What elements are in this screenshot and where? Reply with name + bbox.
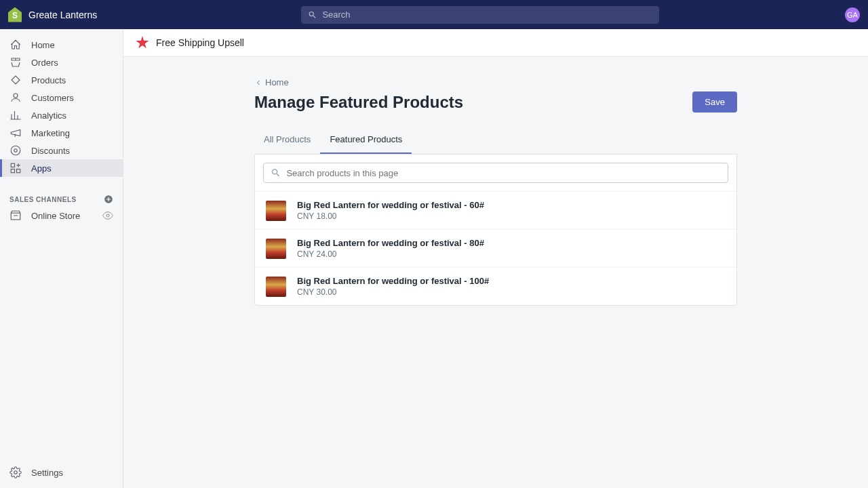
- product-row[interactable]: Big Red Lantern for wedding or festival …: [255, 267, 736, 305]
- sidebar-item-products[interactable]: Products: [0, 71, 123, 89]
- nav-label: Marketing: [31, 128, 70, 138]
- products-card: Big Red Lantern for wedding or festival …: [254, 155, 737, 306]
- product-price: CNY 30.00: [297, 287, 489, 297]
- global-search[interactable]: [301, 6, 659, 24]
- nav-label: Settings: [31, 468, 63, 478]
- apps-icon: [9, 162, 22, 174]
- discounts-icon: [9, 144, 22, 157]
- product-search-input[interactable]: [286, 168, 721, 178]
- svg-point-0: [14, 94, 18, 98]
- product-thumbnail: [266, 277, 286, 297]
- analytics-icon: [9, 109, 22, 121]
- sidebar-item-discounts[interactable]: Discounts: [0, 142, 123, 159]
- save-button[interactable]: Save: [692, 92, 737, 113]
- sales-channels-header: SALES CHANNELS: [0, 189, 123, 207]
- tab-all-products[interactable]: All Products: [254, 126, 320, 154]
- nav-label: Home: [31, 40, 55, 50]
- search-input[interactable]: [322, 9, 652, 20]
- user-avatar[interactable]: GA: [845, 7, 860, 22]
- svg-point-2: [14, 149, 18, 152]
- svg-rect-7: [11, 213, 20, 220]
- nav-label: Customers: [31, 93, 74, 103]
- product-name: Big Red Lantern for wedding or festival …: [297, 238, 484, 248]
- add-channel-icon[interactable]: [104, 195, 113, 204]
- nav-label: Orders: [31, 58, 58, 68]
- sidebar-item-analytics[interactable]: Analytics: [0, 106, 123, 124]
- svg-rect-4: [17, 169, 20, 173]
- products-icon: [9, 74, 22, 86]
- sidebar-item-home[interactable]: Home: [0, 36, 123, 54]
- sidebar-item-settings[interactable]: Settings: [0, 464, 123, 481]
- sidebar-item-online-store[interactable]: Online Store: [0, 207, 123, 224]
- product-price: CNY 24.00: [297, 249, 484, 259]
- main-content: Free Shipping Upsell Home Manage Feature…: [123, 29, 868, 488]
- sidebar: Home Orders Products Customers Analytics…: [0, 29, 123, 488]
- svg-point-9: [14, 471, 18, 474]
- view-store-icon[interactable]: [102, 210, 113, 221]
- product-name: Big Red Lantern for wedding or festival …: [297, 276, 489, 286]
- svg-point-1: [11, 146, 20, 155]
- product-thumbnail: [266, 201, 286, 221]
- page-title: Manage Featured Products: [254, 93, 463, 112]
- product-row[interactable]: Big Red Lantern for wedding or festival …: [255, 191, 736, 229]
- nav-label: Apps: [31, 163, 52, 174]
- tabs: All Products Featured Products: [254, 126, 737, 155]
- nav-label: Analytics: [31, 110, 66, 121]
- search-icon: [271, 167, 281, 178]
- product-search[interactable]: [263, 163, 728, 183]
- nav-label: Online Store: [31, 211, 80, 221]
- nav-label: Discounts: [31, 146, 70, 156]
- home-icon: [9, 39, 22, 51]
- sidebar-item-orders[interactable]: Orders: [0, 54, 123, 71]
- sidebar-item-customers[interactable]: Customers: [0, 89, 123, 106]
- search-icon: [308, 10, 317, 20]
- chevron-left-icon: [254, 79, 262, 87]
- orders-icon: [9, 56, 22, 68]
- gear-icon: [9, 466, 22, 479]
- sidebar-item-apps[interactable]: Apps: [0, 159, 123, 177]
- app-title: Free Shipping Upsell: [156, 37, 244, 48]
- app-icon: [136, 36, 149, 49]
- svg-rect-3: [11, 163, 14, 167]
- topbar: Greate Lanterns GA: [0, 0, 868, 29]
- shopify-logo-icon: [8, 7, 22, 22]
- tab-featured-products[interactable]: Featured Products: [320, 126, 412, 154]
- nav-label: Products: [31, 75, 66, 85]
- app-header: Free Shipping Upsell: [123, 29, 868, 57]
- breadcrumb[interactable]: Home: [254, 77, 737, 87]
- product-price: CNY 18.00: [297, 211, 484, 221]
- svg-point-8: [106, 214, 109, 217]
- store-name: Greate Lanterns: [28, 9, 97, 20]
- svg-rect-5: [11, 169, 14, 173]
- customers-icon: [9, 92, 22, 104]
- store-icon: [9, 209, 22, 222]
- product-row[interactable]: Big Red Lantern for wedding or festival …: [255, 229, 736, 267]
- product-thumbnail: [266, 239, 286, 259]
- marketing-icon: [9, 127, 22, 139]
- product-name: Big Red Lantern for wedding or festival …: [297, 200, 484, 210]
- sidebar-item-marketing[interactable]: Marketing: [0, 124, 123, 142]
